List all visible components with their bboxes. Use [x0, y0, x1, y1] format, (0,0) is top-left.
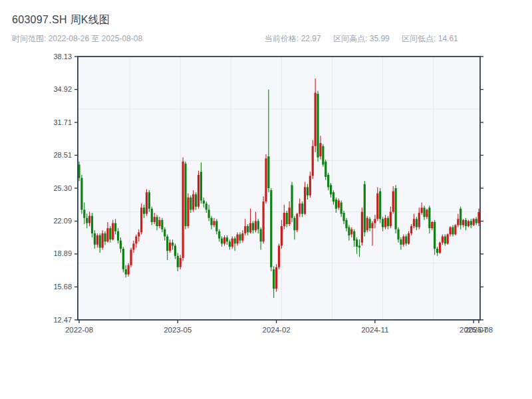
candle-up: [96, 235, 98, 245]
candle-up: [473, 219, 475, 225]
candle-down: [444, 237, 446, 244]
candle-down: [368, 219, 370, 228]
candle-down: [239, 234, 241, 240]
candle-up: [275, 267, 277, 289]
candle-down: [364, 184, 366, 233]
candle-down: [252, 223, 254, 230]
candle-up: [128, 265, 130, 275]
candle-up: [410, 226, 412, 233]
candle-down: [325, 162, 327, 177]
candle-up: [140, 207, 142, 232]
candle-down: [195, 194, 197, 207]
candle-up: [278, 245, 280, 267]
candle-down: [317, 94, 319, 158]
candle-down: [322, 146, 324, 165]
candle-up: [132, 243, 134, 249]
candle-down: [358, 245, 360, 247]
candle-up: [431, 222, 433, 228]
candle-up: [88, 216, 90, 223]
candle-down: [332, 192, 334, 201]
candle-down: [291, 185, 293, 217]
candle-down: [470, 221, 472, 225]
candle-down: [335, 200, 337, 209]
candle-down: [190, 198, 192, 210]
candle-up: [457, 219, 459, 225]
candle-up: [187, 198, 189, 226]
candle-up: [130, 250, 132, 265]
candle-down: [301, 203, 303, 213]
candle-up: [146, 192, 148, 213]
candle-up: [236, 234, 238, 243]
candle-down: [114, 223, 116, 231]
candle-up: [392, 192, 394, 212]
candle-down: [203, 201, 205, 204]
candle-down: [400, 239, 402, 245]
candle-up: [467, 221, 469, 226]
candle-down: [330, 185, 332, 194]
candle-up: [283, 213, 285, 226]
candle-up: [138, 232, 140, 236]
y-tick-label: 34.92: [53, 85, 72, 93]
candle-down: [151, 209, 153, 222]
candle-down: [122, 249, 124, 269]
plot-area: [78, 57, 480, 320]
candle-down: [428, 207, 430, 228]
candle-up: [408, 233, 410, 243]
candle-down: [99, 235, 101, 248]
candle-up: [449, 227, 451, 235]
candle-down: [382, 219, 384, 227]
candle-up: [106, 228, 108, 241]
candle-down: [307, 187, 309, 195]
candle-down: [234, 239, 236, 244]
candle-up: [462, 220, 464, 225]
candle-down: [166, 237, 168, 251]
candle-up: [439, 243, 441, 253]
candle-down: [260, 229, 262, 242]
candle-up: [426, 209, 428, 217]
candle-down: [348, 227, 350, 235]
candle-down: [80, 178, 82, 210]
x-tick-label: 2023-05: [164, 326, 192, 334]
candle-up: [231, 239, 233, 247]
candle-down: [267, 156, 269, 188]
y-tick-label: 15.68: [53, 283, 72, 291]
candle-up: [244, 226, 246, 233]
y-tick-label: 22.09: [53, 217, 72, 225]
kline-chart: 38.1334.9231.7128.5125.3022.0918.8915.68…: [0, 0, 532, 399]
candle-up: [198, 175, 200, 207]
y-tick-label: 25.30: [53, 184, 72, 192]
candle-down: [397, 229, 399, 239]
candle-down: [340, 203, 342, 214]
candle-up: [338, 201, 340, 208]
x-tick-label: 2024-02: [262, 326, 290, 334]
candle-up: [112, 223, 114, 239]
candle-down: [405, 237, 407, 244]
candle-down: [353, 231, 355, 241]
candle-up: [182, 162, 184, 258]
candle-down: [460, 209, 462, 225]
candle-up: [223, 237, 225, 243]
candle-up: [366, 218, 368, 231]
candle-up: [241, 233, 243, 241]
candle-down: [416, 219, 418, 227]
candle-up: [255, 221, 257, 230]
candle-down: [342, 213, 344, 221]
candle-down: [221, 239, 223, 244]
candle-up: [454, 225, 456, 235]
candle-up: [361, 211, 363, 242]
y-tick-label: 31.71: [53, 118, 72, 126]
candle-up: [384, 218, 386, 227]
candle-down: [257, 221, 259, 229]
candle-up: [304, 187, 306, 213]
candle-up: [442, 237, 444, 243]
candle-down: [247, 226, 249, 232]
candle-down: [327, 175, 329, 188]
candle-down: [161, 220, 163, 229]
candle-down: [270, 190, 272, 267]
candle-up: [296, 214, 298, 231]
candle-down: [83, 209, 85, 217]
candle-down: [452, 227, 454, 235]
candle-up: [135, 237, 137, 244]
candle-down: [387, 218, 389, 226]
candle-down: [184, 164, 186, 226]
